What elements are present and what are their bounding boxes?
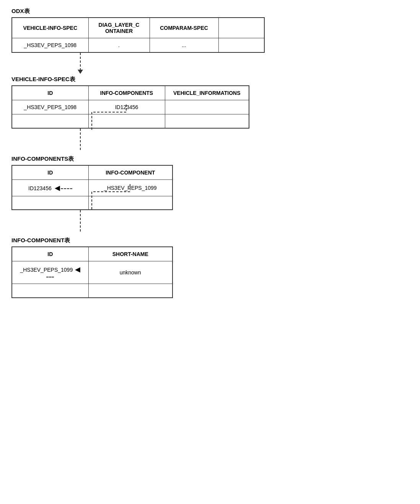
ic-col-id: ID [12, 165, 88, 180]
vis-cell-vehinfo [165, 100, 249, 114]
svg-marker-1 [78, 70, 83, 74]
odx-table: VEHICLE-INFO-SPEC DIAG_LAYER_CONTAINER C… [11, 17, 265, 53]
info-component-block: ID SHORT-NAME _HS3EV_PEPS_1099 ◀ unknown [11, 246, 409, 298]
info-components-label: INFO-COMPONENTS表 [11, 155, 409, 163]
ic-cell-id: ID123456 ◀ [12, 179, 88, 196]
vis-cell-id: _HS3EV_PEPS_1098 [12, 100, 88, 114]
vis-col-infocomp: INFO-COMPONENTS [88, 86, 165, 100]
odx-cell-empty [218, 38, 264, 53]
ic-empty2 [88, 196, 173, 210]
odx-cell-comparam: ... [150, 38, 218, 53]
col-empty1 [218, 18, 264, 38]
vis-row-1: _HS3EV_PEPS_1098 ID123456 [12, 100, 249, 114]
ico-cell-shortname: unknown [88, 261, 173, 284]
vis-cell-empty3 [165, 114, 249, 128]
connector-3 [11, 210, 279, 237]
arrow-svg-1 [42, 53, 157, 76]
col-diag-layer: DIAG_LAYER_CONTAINER [88, 18, 150, 38]
main-layout: ODX表 VEHICLE-INFO-SPEC DIAG_LAYER_CONTAI… [11, 8, 409, 298]
info-components-block: ID INFO-COMPONENT ID123456 ◀ _HS3EV_PEPS… [11, 165, 409, 210]
arrow-svg-3 [42, 210, 195, 237]
vis-col-id: ID [12, 86, 88, 100]
info-component-label: INFO-COMPONENT表 [11, 237, 409, 244]
odx-cell-diag: . [88, 38, 150, 53]
ico-col-shortname: SHORT-NAME [88, 247, 173, 261]
odx-label: ODX表 [11, 8, 409, 15]
connector-1 [11, 53, 279, 76]
ico-col-id: ID [12, 247, 88, 261]
ic-empty1 [12, 196, 88, 210]
ic-col-infocomp: INFO-COMPONENT [88, 165, 173, 180]
odx-cell-id: _HS3EV_PEPS_1098 [12, 38, 88, 53]
vehicle-info-spec-table: ID INFO-COMPONENTS VEHICLE_INFORMATIONS … [11, 85, 249, 129]
odx-row-1: _HS3EV_PEPS_1098 . ... [12, 38, 264, 53]
ico-cell-id: _HS3EV_PEPS_1099 ◀ [12, 261, 88, 284]
col-comparam: COMPARAM-SPEC [150, 18, 218, 38]
ico-empty1 [12, 284, 88, 298]
left-arrow-icon: ◀ [55, 184, 60, 192]
arrow-svg-2 [42, 129, 195, 155]
vis-col-vehinfo: VEHICLE_INFORMATIONS [165, 86, 249, 100]
odx-table-block: VEHICLE-INFO-SPEC DIAG_LAYER_CONTAINER C… [11, 17, 409, 53]
vehicle-info-spec-block: ID INFO-COMPONENTS VEHICLE_INFORMATIONS … [11, 85, 409, 129]
info-component-table: ID SHORT-NAME _HS3EV_PEPS_1099 ◀ unknown [11, 246, 173, 298]
ico-row-1: _HS3EV_PEPS_1099 ◀ unknown [12, 261, 173, 284]
dashed-line-left [61, 188, 72, 189]
vis-cell-infocomp: ID123456 [88, 100, 165, 114]
col-vehicle-info-spec: VEHICLE-INFO-SPEC [12, 18, 88, 38]
dashed-line-2 [46, 277, 54, 277]
vis-cell-empty1 [12, 114, 88, 128]
ico-row-2 [12, 284, 173, 298]
connector-2 [11, 129, 279, 155]
vehicle-info-spec-label: VEHICLE-INFO-SPEC表 [11, 76, 409, 83]
vis-row-2 [12, 114, 249, 128]
left-arrow-2-icon: ◀ [75, 266, 80, 273]
ico-empty2 [88, 284, 173, 298]
vis-cell-empty2 [88, 114, 165, 128]
